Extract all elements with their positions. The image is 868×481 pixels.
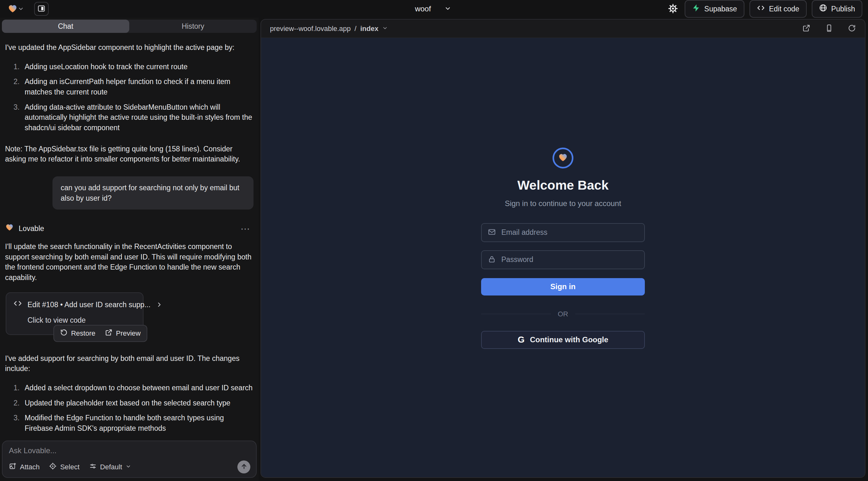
attach-button[interactable]: Attach	[9, 462, 39, 472]
code-icon	[13, 299, 22, 311]
open-in-new-tab-button[interactable]	[802, 24, 810, 33]
send-button[interactable]	[238, 460, 250, 473]
path-separator: /	[355, 25, 356, 33]
chevron-down-icon	[18, 6, 24, 12]
select-label: Select	[60, 463, 79, 471]
restore-icon	[60, 329, 68, 338]
assistant-name: Lovable	[19, 223, 44, 234]
chat-input[interactable]	[9, 446, 250, 460]
assistant-list: Adding useLocation hook to track the cur…	[5, 62, 253, 133]
code-icon	[757, 4, 765, 14]
tab-chat[interactable]: Chat	[2, 20, 129, 33]
supabase-label: Supabase	[704, 5, 737, 13]
user-message-bubble: can you add support for searching not on…	[53, 177, 253, 210]
mobile-phone-icon	[825, 24, 833, 33]
refresh-button[interactable]	[848, 24, 856, 33]
lovable-app-window: woof	[0, 0, 868, 481]
preview-url: preview--woof.lovable.app	[270, 25, 351, 33]
chat-panel: Chat History I've updated the AppSidebar…	[0, 18, 258, 481]
google-g-icon: G	[518, 335, 525, 345]
page-subtitle: Sign in to continue to your account	[505, 199, 621, 208]
page-title: Welcome Back	[518, 178, 609, 193]
assistant-message-header: Lovable ⋯	[5, 223, 253, 234]
toggle-sidebar-button[interactable]	[34, 2, 49, 16]
or-label: OR	[558, 310, 568, 318]
password-field-wrapper	[481, 250, 645, 269]
list-item: Adding an isCurrentPath helper function …	[9, 76, 253, 97]
tab-history[interactable]: History	[129, 20, 257, 33]
chat-composer: Attach Select Default	[2, 441, 257, 478]
envelope-icon	[488, 228, 496, 237]
list-item: Modified the Edge Function to handle bot…	[9, 413, 253, 433]
list-item: Added a select dropdown to choose betwee…	[9, 383, 253, 393]
assistant-note: Note: The AppSidebar.tsx file is getting…	[5, 144, 253, 164]
preview-url-selector[interactable]: preview--woof.lovable.app / index	[270, 25, 388, 33]
settings-button[interactable]	[666, 2, 680, 16]
target-icon	[49, 462, 57, 472]
list-item: Adding data-active attribute to SidebarM…	[9, 102, 253, 133]
arrow-up-icon	[241, 463, 248, 471]
preview-label: Preview	[116, 329, 141, 338]
divider-line	[575, 314, 645, 314]
sliders-icon	[89, 462, 97, 472]
publish-label: Publish	[831, 5, 855, 13]
list-item: Updated the placeholder text based on th…	[9, 398, 253, 408]
sign-in-button[interactable]: Sign in	[481, 278, 645, 295]
restore-button[interactable]: Restore	[60, 329, 95, 338]
preview-page-name: index	[360, 25, 378, 33]
chat-history-tabs: Chat History	[2, 20, 257, 33]
globe-icon	[819, 4, 827, 14]
more-options-icon[interactable]: ⋯	[241, 226, 253, 232]
lovable-logo-menu[interactable]	[6, 2, 26, 17]
project-menu-button[interactable]	[442, 3, 453, 15]
edit-version-card[interactable]: Edit #108 • Add user ID search supp... C…	[6, 292, 144, 335]
chevron-down-icon	[444, 5, 451, 13]
email-field-wrapper	[481, 223, 645, 242]
supabase-bolt-icon	[692, 4, 700, 14]
lovable-heart-logo-icon	[8, 3, 18, 14]
project-name: woof	[415, 4, 431, 13]
lovable-heart-icon	[5, 223, 14, 234]
edit-card-title: Edit #108 • Add user ID search supp...	[28, 299, 151, 310]
preview-panel: preview--woof.lovable.app / index	[260, 19, 865, 478]
mode-selector[interactable]: Default	[89, 462, 131, 472]
chat-messages[interactable]: I've updated the AppSidebar component to…	[2, 33, 257, 436]
restore-label: Restore	[71, 329, 95, 338]
assistant-paragraph: I've updated the AppSidebar component to…	[5, 42, 253, 53]
or-divider: OR	[481, 310, 645, 318]
gear-icon	[668, 4, 678, 14]
edit-card-actions: Restore Preview	[54, 325, 147, 342]
google-sign-in-button[interactable]: G Continue with Google	[481, 331, 645, 349]
select-element-button[interactable]: Select	[49, 462, 79, 472]
chevron-down-icon	[382, 25, 388, 33]
list-item: Adding useLocation hook to track the cur…	[9, 62, 253, 72]
divider-line	[481, 314, 551, 314]
assistant-paragraph: I'll update the search functionality in …	[5, 242, 253, 283]
mobile-view-button[interactable]	[825, 24, 833, 33]
edit-code-label: Edit code	[769, 5, 799, 13]
publish-button[interactable]: Publish	[812, 0, 862, 18]
refresh-icon	[848, 24, 856, 33]
preview-header: preview--woof.lovable.app / index	[261, 20, 865, 38]
external-link-icon	[105, 329, 113, 338]
preview-iframe-content: Welcome Back Sign in to continue to your…	[261, 38, 865, 477]
edit-code-button[interactable]: Edit code	[749, 0, 807, 18]
lock-icon	[488, 255, 496, 264]
email-field[interactable]	[501, 228, 638, 237]
assistant-list: Added a select dropdown to choose betwee…	[5, 383, 253, 436]
preview-version-button[interactable]: Preview	[105, 329, 141, 338]
signin-card: Welcome Back Sign in to continue to your…	[481, 148, 645, 349]
app-logo	[553, 148, 574, 168]
attach-label: Attach	[20, 463, 39, 471]
top-bar: woof	[0, 0, 868, 18]
mode-label: Default	[100, 463, 122, 471]
chevron-right-icon	[156, 301, 163, 308]
assistant-paragraph: I've added support for searching by both…	[5, 353, 253, 374]
supabase-button[interactable]: Supabase	[685, 0, 744, 18]
heart-logo-icon	[558, 152, 568, 164]
password-field[interactable]	[501, 255, 638, 264]
google-button-label: Continue with Google	[530, 335, 608, 344]
chevron-down-icon	[125, 463, 131, 471]
external-link-icon	[802, 24, 810, 33]
panel-icon	[37, 4, 45, 13]
